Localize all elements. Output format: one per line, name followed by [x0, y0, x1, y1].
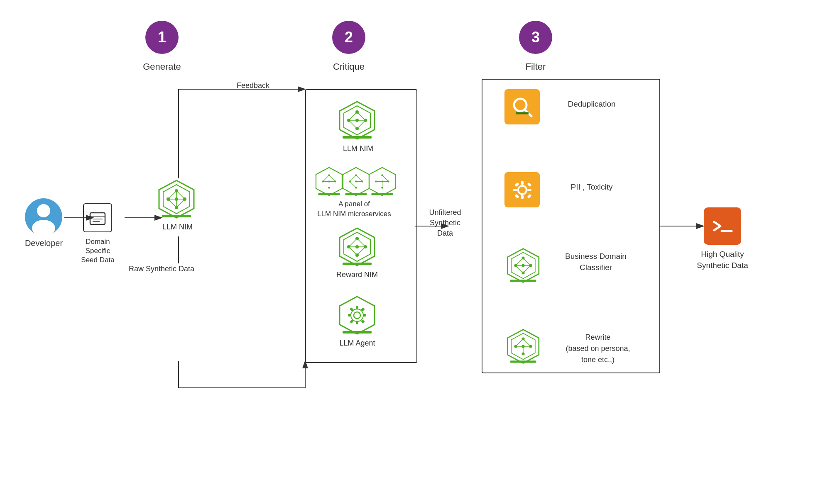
high-quality-terminal-icon — [704, 207, 741, 245]
panel-hex-1 — [313, 166, 345, 199]
svg-rect-103 — [348, 314, 351, 317]
reward-nim-icon — [336, 226, 378, 269]
critique-llm-nim-icon — [336, 100, 378, 143]
llm-agent-label: LLM Agent — [335, 339, 379, 348]
developer-label: Developer — [20, 239, 68, 248]
step-3-label: Filter — [511, 61, 561, 72]
svg-line-30 — [168, 199, 176, 207]
svg-line-49 — [357, 120, 365, 129]
svg-line-47 — [357, 112, 365, 120]
svg-line-143 — [516, 339, 523, 346]
llm-nim-1-label: LLM NIM — [160, 223, 195, 231]
svg-line-28 — [168, 191, 176, 199]
svg-rect-120 — [514, 194, 519, 198]
svg-line-92 — [349, 239, 357, 247]
svg-line-97 — [357, 247, 365, 255]
svg-rect-98 — [343, 263, 372, 265]
business-domain-label: Business DomainClassifier — [548, 251, 644, 273]
pii-toxicity-icon — [504, 172, 540, 207]
svg-rect-101 — [356, 306, 358, 309]
svg-line-145 — [523, 339, 531, 346]
svg-rect-62 — [318, 193, 340, 195]
svg-rect-36 — [162, 215, 191, 217]
svg-line-57 — [323, 175, 329, 182]
svg-line-95 — [357, 239, 365, 247]
svg-line-70 — [356, 175, 362, 182]
svg-line-129 — [516, 258, 523, 265]
pii-toxicity-label: PII , Toxicity — [550, 183, 633, 192]
step-1-circle: 1 — [145, 21, 179, 54]
unfiltered-data-label: UnfilteredSyntheticData — [418, 207, 472, 239]
svg-rect-102 — [356, 321, 358, 324]
diagram-container: 1 Generate 2 Critique 3 Filter Developer… — [0, 0, 830, 504]
feedback-label: Feedback — [237, 81, 269, 90]
svg-line-131 — [516, 265, 523, 273]
llm-nim-1-icon — [156, 178, 197, 222]
step-1-label: Generate — [137, 61, 187, 72]
step-3-circle: 3 — [519, 21, 552, 54]
panel-hex-3 — [367, 166, 398, 199]
svg-rect-114 — [521, 181, 524, 185]
svg-rect-50 — [343, 136, 372, 139]
reward-nim-label: Reward NIM — [334, 270, 380, 279]
step-2-circle: 2 — [332, 21, 365, 54]
svg-rect-135 — [510, 280, 536, 282]
svg-line-94 — [349, 247, 357, 255]
svg-rect-121 — [527, 194, 531, 198]
svg-rect-104 — [363, 314, 366, 317]
developer-icon — [25, 198, 62, 237]
svg-line-80 — [382, 175, 389, 182]
step-1-number: 1 — [158, 29, 166, 46]
rewrite-label: Rewrite(based on persona,tone etc.,) — [544, 332, 652, 365]
svg-rect-84 — [371, 193, 393, 195]
svg-rect-117 — [527, 189, 531, 191]
critique-llm-nim-label: LLM NIM — [338, 144, 378, 153]
svg-line-31 — [176, 191, 185, 199]
svg-rect-15 — [90, 213, 105, 224]
svg-line-59 — [329, 175, 335, 182]
step-2-number: 2 — [345, 29, 353, 46]
svg-rect-148 — [510, 360, 536, 363]
svg-rect-116 — [513, 189, 517, 191]
panel-microservices-label: A panel ofLLM NIM microservices — [311, 199, 398, 219]
svg-rect-109 — [343, 331, 372, 334]
rewrite-icon — [504, 328, 542, 367]
svg-line-46 — [349, 120, 357, 129]
svg-rect-115 — [521, 195, 524, 199]
svg-point-13 — [37, 204, 50, 217]
svg-point-100 — [354, 312, 360, 319]
svg-line-44 — [349, 112, 357, 120]
seed-data-label: Domain SpecificSeed Data — [74, 237, 122, 265]
svg-line-69 — [350, 175, 356, 182]
llm-agent-icon — [336, 295, 378, 338]
svg-point-113 — [518, 186, 526, 194]
business-domain-icon — [504, 247, 542, 286]
deduplication-label: Deduplication — [550, 100, 633, 109]
svg-line-134 — [523, 265, 531, 273]
deduplication-icon — [504, 89, 540, 124]
svg-rect-119 — [527, 182, 531, 187]
step-2-label: Critique — [324, 61, 374, 72]
step-3-number: 3 — [531, 29, 540, 46]
svg-line-33 — [176, 199, 185, 207]
svg-rect-118 — [514, 182, 519, 187]
svg-rect-73 — [345, 193, 367, 195]
svg-line-132 — [523, 258, 531, 265]
high-quality-label: High QualitySynthetic Data — [691, 249, 754, 271]
raw-synthetic-data-label: Raw Synthetic Data — [129, 265, 194, 273]
svg-marker-99 — [340, 297, 375, 334]
seed-data-box — [83, 203, 112, 232]
svg-line-72 — [350, 182, 356, 188]
